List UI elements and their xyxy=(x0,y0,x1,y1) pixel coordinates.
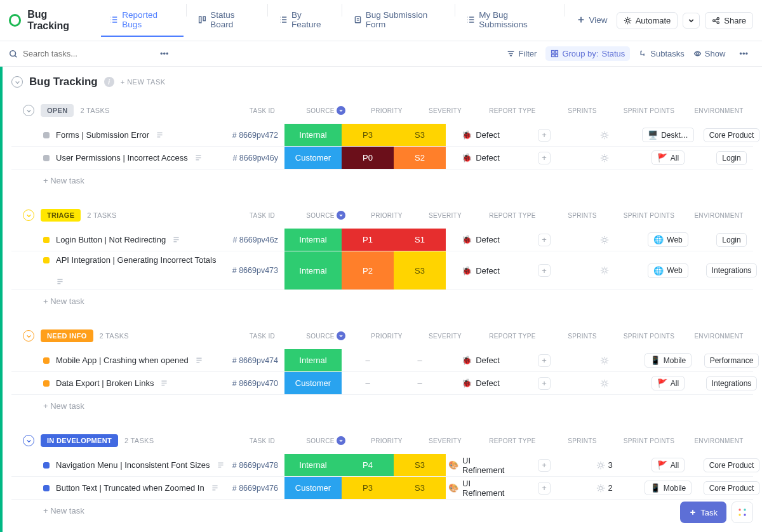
sprint-points-cell[interactable]: 3 xyxy=(573,454,636,476)
new-task-row-button[interactable]: + New task xyxy=(11,170,753,188)
column-header[interactable]: ENVIRONMENT xyxy=(687,105,751,117)
environment-cell[interactable]: 🚩All xyxy=(636,372,700,394)
source-cell[interactable]: Customer xyxy=(284,147,342,169)
new-task-top-button[interactable]: + NEW TASK xyxy=(121,78,166,86)
column-header[interactable]: SOURCE xyxy=(297,329,354,343)
sprints-cell[interactable]: + xyxy=(516,229,573,251)
status-tag[interactable]: TRIAGE xyxy=(41,209,81,222)
tab-reported-bugs[interactable]: Reported Bugs xyxy=(101,4,184,37)
search-more-button[interactable]: ••• xyxy=(155,49,174,58)
column-header[interactable]: SPRINT POINTS xyxy=(617,330,681,342)
task-row[interactable]: Button Text | Truncated when Zoomed In #… xyxy=(11,477,753,500)
add-sprint-button[interactable]: + xyxy=(538,152,551,164)
add-sprint-button[interactable]: + xyxy=(538,377,551,390)
environment-cell[interactable]: 📱Mobile xyxy=(636,477,700,499)
source-cell[interactable]: Internal xyxy=(284,349,342,371)
source-cell[interactable]: Customer xyxy=(284,372,342,394)
source-filter-icon[interactable] xyxy=(337,211,345,220)
column-header[interactable]: SPRINTS xyxy=(554,209,611,222)
sprints-cell[interactable]: + xyxy=(516,349,573,371)
name-cell[interactable]: API Integration | Generating Incorrect T… xyxy=(11,251,227,289)
priority-cell[interactable]: P3 xyxy=(342,124,394,146)
sprints-cell[interactable]: + xyxy=(516,147,573,169)
sprints-cell[interactable]: + xyxy=(516,251,573,289)
group-collapse-button[interactable] xyxy=(23,435,34,446)
report-type-cell[interactable]: 🐞Defect xyxy=(446,124,516,146)
severity-cell[interactable]: S2 xyxy=(394,147,446,169)
task-id-cell[interactable]: # 8669pv473 xyxy=(227,251,284,289)
show-button[interactable]: Show xyxy=(693,49,726,58)
column-header[interactable]: TASK ID xyxy=(234,435,291,447)
environment-cell[interactable]: 🚩All xyxy=(636,147,700,169)
name-cell[interactable]: Data Export | Broken Links xyxy=(11,372,227,394)
environment-cell[interactable]: 🌐Web xyxy=(636,251,700,289)
group-collapse-button[interactable] xyxy=(23,330,34,342)
column-header[interactable]: REPORT TYPE xyxy=(478,209,547,222)
severity-cell[interactable]: S1 xyxy=(394,229,446,251)
sprints-cell[interactable]: + xyxy=(516,477,573,499)
sprints-cell[interactable]: + xyxy=(516,372,573,394)
sprint-points-cell[interactable]: 2 xyxy=(573,477,636,499)
task-row[interactable]: API Integration | Generating Incorrect T… xyxy=(11,251,753,290)
column-header[interactable]: PRODUCT FEATURE xyxy=(757,431,762,450)
sprints-cell[interactable]: + xyxy=(516,124,573,146)
environment-cell[interactable]: 🖥️Deskt… xyxy=(636,124,700,146)
column-header[interactable]: TASK ID xyxy=(234,105,291,117)
column-header[interactable]: TASK ID xyxy=(234,330,291,342)
sprint-points-cell[interactable] xyxy=(573,349,636,371)
severity-cell[interactable]: – xyxy=(394,349,446,371)
source-cell[interactable]: Internal xyxy=(284,251,342,289)
column-header[interactable]: PRIORITY xyxy=(361,105,413,117)
column-header[interactable]: SPRINT POINTS xyxy=(617,105,681,117)
sprint-points-cell[interactable] xyxy=(573,147,636,169)
column-header[interactable]: REPORT TYPE xyxy=(478,330,547,342)
report-type-cell[interactable]: 🎨UI Refinement xyxy=(446,477,516,499)
status-tag[interactable]: NEED INFO xyxy=(41,329,93,342)
add-sprint-button[interactable]: + xyxy=(538,129,551,142)
report-type-cell[interactable]: 🐞Defect xyxy=(446,372,516,394)
column-header[interactable]: SEVERITY xyxy=(419,105,471,117)
priority-cell[interactable]: P4 xyxy=(342,454,394,476)
column-header[interactable]: REPORT TYPE xyxy=(478,105,547,117)
feature-cell[interactable]: Core Product xyxy=(700,124,762,146)
feature-cell[interactable]: Integrations xyxy=(700,372,762,394)
column-header[interactable]: ENVIRONMENT xyxy=(687,209,751,222)
feature-cell[interactable]: Integrations xyxy=(700,251,762,289)
task-row[interactable]: User Permissions | Incorrect Access # 86… xyxy=(11,147,753,170)
column-header[interactable]: SOURCE xyxy=(297,208,354,222)
task-id-cell[interactable]: # 8669pv46y xyxy=(227,147,284,169)
column-header[interactable]: SPRINTS xyxy=(554,105,611,117)
feature-cell[interactable]: Core Product xyxy=(700,477,762,499)
tab-my-bug-submissions[interactable]: My Bug Submissions xyxy=(458,4,561,37)
name-cell[interactable]: Mobile App | Crashing when opened xyxy=(11,349,227,371)
feature-cell[interactable]: Performance xyxy=(700,349,762,371)
add-sprint-button[interactable]: + xyxy=(538,264,551,277)
column-header[interactable]: ENVIRONMENT xyxy=(687,330,751,342)
report-type-cell[interactable]: 🐞Defect xyxy=(446,147,516,169)
column-header[interactable]: PRODUCT FEATURE xyxy=(757,206,762,225)
report-type-cell[interactable]: 🐞Defect xyxy=(446,349,516,371)
environment-cell[interactable]: 🚩All xyxy=(636,454,700,476)
group-collapse-button[interactable] xyxy=(23,105,34,116)
groupby-button[interactable]: Group by: Status xyxy=(545,46,630,61)
add-sprint-button[interactable]: + xyxy=(538,482,551,495)
column-header[interactable]: PRIORITY xyxy=(361,209,413,222)
status-tag[interactable]: OPEN xyxy=(41,104,74,117)
column-header[interactable]: SEVERITY xyxy=(419,209,471,222)
report-type-cell[interactable]: 🐞Defect xyxy=(446,229,516,251)
source-cell[interactable]: Internal xyxy=(284,229,342,251)
add-sprint-button[interactable]: + xyxy=(538,354,551,367)
priority-cell[interactable]: P0 xyxy=(342,147,394,169)
source-cell[interactable]: Internal xyxy=(284,124,342,146)
task-id-cell[interactable]: # 8669pv470 xyxy=(227,372,284,394)
column-header[interactable]: SOURCE xyxy=(297,434,354,448)
group-collapse-button[interactable] xyxy=(23,209,34,221)
priority-cell[interactable]: – xyxy=(342,349,394,371)
severity-cell[interactable]: S3 xyxy=(394,477,446,499)
source-filter-icon[interactable] xyxy=(337,106,345,115)
priority-cell[interactable]: P1 xyxy=(342,229,394,251)
new-task-row-button[interactable]: + New task xyxy=(11,290,753,309)
add-view-button[interactable]: View xyxy=(568,4,617,37)
severity-cell[interactable]: – xyxy=(394,372,446,394)
name-cell[interactable]: Navigation Menu | Inconsistent Font Size… xyxy=(11,454,227,476)
